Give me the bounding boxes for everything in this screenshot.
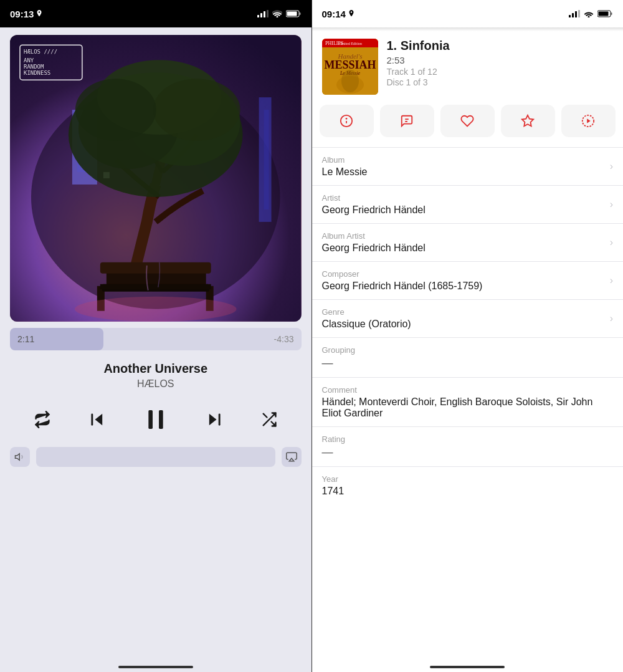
status-icons-right xyxy=(569,10,613,17)
status-bar-right: 09:14 xyxy=(312,0,624,27)
info-value-8: 1741 xyxy=(322,486,614,497)
info-section-composer[interactable]: ComposerGeorg Friedrich Händel (1685-175… xyxy=(312,261,624,299)
right-panel: 09:14 xyxy=(312,0,624,672)
svg-text:Limited Edition: Limited Edition xyxy=(338,42,361,46)
volume-slider[interactable] xyxy=(36,447,275,467)
play-next-button[interactable] xyxy=(561,105,616,137)
info-value-5: — xyxy=(322,357,614,370)
love-button[interactable] xyxy=(440,105,495,137)
chevron-1: › xyxy=(610,199,613,210)
svg-text:RANDOM: RANDOM xyxy=(24,64,44,70)
svg-rect-34 xyxy=(148,410,153,429)
location-icon-left xyxy=(36,10,42,17)
svg-rect-45 xyxy=(575,11,577,17)
svg-rect-6 xyxy=(299,12,300,15)
svg-text:HÆLOS  ////: HÆLOS //// xyxy=(24,49,57,55)
info-value-6: Händel; Monteverdi Choir, English Baroqu… xyxy=(322,396,614,419)
song-cover-art: PHILIPS Limited Edition Handel's MESSIAH… xyxy=(322,39,378,95)
messiah-cover-svg: PHILIPS Limited Edition Handel's MESSIAH… xyxy=(322,39,378,95)
airplay-button[interactable] xyxy=(282,447,302,467)
info-content-4: GenreClassique (Oratorio) xyxy=(322,307,605,330)
song-meta: 1. Sinfonia 2:53 Track 1 of 12 Disc 1 of… xyxy=(387,39,614,87)
chevron-0: › xyxy=(610,161,613,172)
playback-controls xyxy=(0,395,312,444)
wifi-icon-left xyxy=(272,10,282,17)
svg-rect-35 xyxy=(159,410,163,429)
svg-line-40 xyxy=(263,414,267,418)
progress-bar[interactable]: 2:11 -4:33 xyxy=(10,328,302,350)
chevron-4: › xyxy=(610,313,613,324)
info-value-4: Classique (Oratorio) xyxy=(322,319,605,330)
info-section-artist[interactable]: ArtistGeorg Friedrich Händel› xyxy=(312,185,624,223)
info-section-grouping: Grouping— xyxy=(312,337,624,377)
elapsed-time: 2:11 xyxy=(17,334,34,344)
svg-text:KINDNESS: KINDNESS xyxy=(24,70,50,76)
song-duration: 2:53 xyxy=(387,55,614,65)
svg-rect-23 xyxy=(100,284,211,289)
info-label-2: Album Artist xyxy=(322,231,605,241)
info-section-album-artist[interactable]: Album ArtistGeorg Friedrich Händel› xyxy=(312,223,624,261)
status-time-right: 09:14 xyxy=(322,9,354,19)
battery-icon-right xyxy=(597,10,613,17)
volume-icon[interactable] xyxy=(10,447,30,467)
svg-point-16 xyxy=(153,79,240,141)
svg-rect-46 xyxy=(578,10,580,17)
info-value-0: Le Messie xyxy=(322,166,605,178)
info-content-2: Album ArtistGeorg Friedrich Händel xyxy=(322,231,605,254)
status-icons-left xyxy=(257,10,302,17)
info-content-5: Grouping— xyxy=(322,345,614,370)
album-art-svg: HÆLOS //// ANY RANDOM KINDNESS xyxy=(10,35,302,322)
airplay-icon xyxy=(286,451,297,463)
svg-text:MESSIAH: MESSIAH xyxy=(324,59,376,71)
svg-point-17 xyxy=(75,79,156,141)
info-label-8: Year xyxy=(322,474,614,484)
song-track: Track 1 of 12 xyxy=(387,67,614,77)
info-label-3: Composer xyxy=(322,269,605,279)
song-title: 1. Sinfonia xyxy=(387,39,614,53)
fast-forward-button[interactable] xyxy=(206,411,223,428)
info-button[interactable] xyxy=(320,105,374,137)
chevron-2: › xyxy=(610,237,613,248)
album-art: HÆLOS //// ANY RANDOM KINDNESS xyxy=(10,35,302,322)
svg-marker-32 xyxy=(95,414,102,426)
svg-rect-1 xyxy=(260,13,262,17)
info-section-album[interactable]: AlbumLe Messie› xyxy=(312,147,624,185)
info-content-8: Year1741 xyxy=(322,474,614,497)
svg-text:ANY: ANY xyxy=(24,57,34,64)
home-bar-left xyxy=(118,666,193,668)
shuffle-button[interactable] xyxy=(260,411,278,428)
info-section-rating: Rating— xyxy=(312,426,624,466)
info-value-1: Georg Friedrich Händel xyxy=(322,204,605,216)
svg-rect-2 xyxy=(264,11,265,17)
song-header: PHILIPS Limited Edition Handel's MESSIAH… xyxy=(312,31,624,105)
info-content-1: ArtistGeorg Friedrich Händel xyxy=(322,193,605,216)
repeat-button[interactable] xyxy=(34,411,51,428)
svg-rect-49 xyxy=(611,12,612,15)
rewind-button[interactable] xyxy=(88,411,106,428)
svg-rect-48 xyxy=(599,12,609,16)
info-content-0: AlbumLe Messie xyxy=(322,155,605,178)
remaining-time: -4:33 xyxy=(274,334,294,344)
svg-rect-26 xyxy=(264,110,269,209)
info-label-6: Comment xyxy=(322,385,614,395)
svg-marker-41 xyxy=(16,454,20,461)
svg-rect-44 xyxy=(572,13,574,17)
svg-rect-19 xyxy=(100,262,211,274)
info-value-2: Georg Friedrich Händel xyxy=(322,242,605,254)
svg-point-24 xyxy=(75,297,237,322)
svg-marker-36 xyxy=(209,414,216,426)
lyrics-button[interactable] xyxy=(380,105,434,137)
star-button[interactable] xyxy=(501,105,555,137)
signal-icon-right xyxy=(569,10,580,17)
location-icon-right xyxy=(348,10,354,17)
svg-rect-3 xyxy=(267,10,269,17)
track-title: Another Universe xyxy=(0,362,312,376)
info-content-7: Rating— xyxy=(322,434,614,459)
pause-button[interactable] xyxy=(143,407,168,432)
svg-rect-0 xyxy=(257,15,259,17)
action-buttons xyxy=(312,105,624,147)
track-artist: HÆLOS xyxy=(0,378,312,390)
info-section-genre[interactable]: GenreClassique (Oratorio)› xyxy=(312,299,624,337)
volume-row xyxy=(0,447,312,467)
home-indicator-left xyxy=(0,653,312,672)
